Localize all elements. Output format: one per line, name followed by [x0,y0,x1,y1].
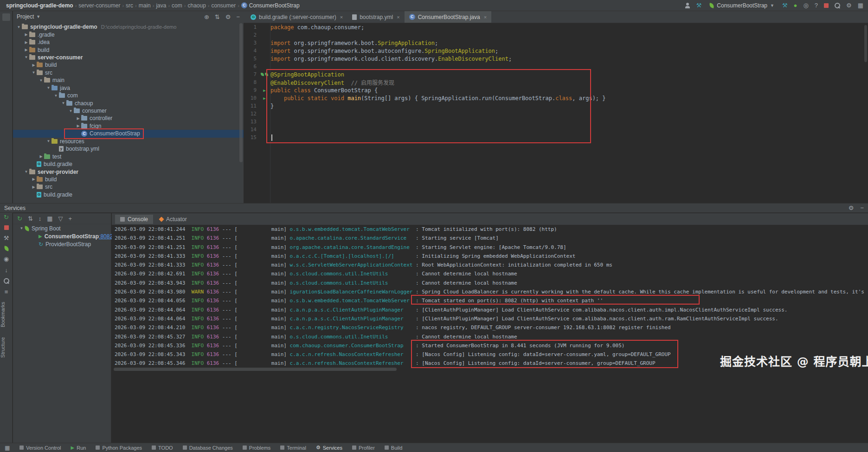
breadcrumb-item[interactable]: com [170,2,184,9]
run-configuration-combo[interactable]: ConsumerBootStrap ▼ [707,2,776,9]
snapshot-icon[interactable]: ◉ [4,256,9,262]
project-tree[interactable]: ▼springcloud-gradle-demoD:\code\springcl… [13,23,244,203]
tree-item-src[interactable]: ▼src [13,69,244,76]
settings-icon[interactable]: ⚙ [846,2,852,8]
console-horizontal-scrollbar[interactable] [114,368,397,371]
close-icon[interactable]: × [340,14,343,20]
tree-item-com[interactable]: ▼com [13,92,244,99]
search-console-icon[interactable] [4,278,9,284]
help-icon[interactable]: ? [815,2,818,8]
collapse-all-icon[interactable]: ⇅ [28,216,33,222]
dump-threads-icon[interactable]: ↓ [5,267,8,273]
tree-chevron-icon[interactable]: ▶ [75,124,81,128]
tree-chevron-icon[interactable]: ▶ [31,177,37,181]
wrench-icon[interactable]: ⚒ [696,2,702,8]
user-icon[interactable] [685,3,690,8]
console-log[interactable]: 2026-03-09 22:08:41.244 INFO 6136 --- [m… [112,225,868,443]
tree-item-build-gradle[interactable]: Gbuild.gradle [13,191,244,198]
breadcrumb-item[interactable]: server-consumer [77,2,122,9]
build-hammer-icon[interactable]: ⚒ [782,2,788,8]
tree-item-resources[interactable]: ▼resources [13,138,244,145]
group-by-icon[interactable]: ▦ [47,216,52,222]
statusbar-item-problems[interactable]: Problems [243,445,270,451]
tree-chevron-icon[interactable]: ▶ [23,40,29,45]
statusbar-item-profiler[interactable]: Profiler [352,445,375,451]
tree-chevron-icon[interactable]: ▼ [45,86,51,90]
tree-item--idea[interactable]: ▶.idea [13,38,244,46]
service-item-providerbootstrap[interactable]: ↻ProviderBootStrap [13,240,111,248]
add-service-icon[interactable]: + [69,216,72,222]
close-icon[interactable]: × [484,14,487,20]
tree-chevron-icon[interactable]: ▼ [53,94,59,98]
editor-tab-bootstrap.yml[interactable]: bootstrap.yml× [347,11,404,23]
statusbar-item-python-packages[interactable]: Python Packages [96,445,142,451]
console-tab-actuator[interactable]: Actuator [154,215,192,224]
tree-chevron-icon[interactable]: ▼ [23,170,29,174]
project-panel-title[interactable]: Project [17,13,34,20]
tree-item-server-consumer[interactable]: ▼server-consumer [13,54,244,61]
services-tree[interactable]: ▼Spring Boot▶ConsumerBootStrap :8082/↻Pr… [13,224,111,248]
rerun-icon[interactable]: ↻ [4,214,9,220]
tree-item-build[interactable]: ▶build [13,176,244,183]
collapse-all-icon[interactable]: ⇅ [215,14,220,20]
editor-scrollbar[interactable] [864,25,867,62]
settings-icon[interactable]: ⚙ [849,205,854,211]
tree-item-src[interactable]: ▶src [13,183,244,191]
tree-chevron-icon[interactable]: ▼ [60,101,66,105]
console-tab-console[interactable]: Console [115,215,153,224]
chevron-down-icon[interactable]: ▼ [36,14,40,19]
stripe-button-structure[interactable]: Structure [0,337,13,358]
breadcrumb-item[interactable]: consumer [210,2,238,9]
run-gutter-icon[interactable]: ▶ [263,88,265,93]
tree-chevron-icon[interactable]: ▶ [75,116,81,121]
tool-windows-icon[interactable]: ▦ [5,445,10,451]
code-editor[interactable]: 1package com.chaoup.consumer;23import or… [244,23,868,203]
tree-item-server-provider[interactable]: ▼server-provider [13,168,244,175]
start-all-icon[interactable]: ↻ [17,216,22,222]
tree-chevron-icon[interactable]: ▶ [31,185,37,189]
tree-item-main[interactable]: ▼main [13,76,244,84]
tree-item-springcloud-gradle-demo[interactable]: ▼springcloud-gradle-demoD:\code\springcl… [13,23,244,31]
tree-item-consumer[interactable]: ▼consumer [13,107,244,115]
project-stripe-button[interactable] [2,13,10,21]
tree-item-consumerbootstrap[interactable]: CConsumerBootStrap [13,130,244,137]
settings-icon[interactable]: ⚙ [225,14,231,20]
tree-item-bootstrap-yml[interactable]: ybootstrap.yml [13,145,244,153]
soft-wrap-icon[interactable]: ≡ [5,289,8,295]
locate-icon[interactable]: ⊕ [204,14,209,20]
tree-chevron-icon[interactable]: ▼ [31,70,37,75]
breadcrumb-item[interactable]: CConsumerBootStrap [240,2,301,9]
tree-chevron-icon[interactable]: ▶ [31,63,37,67]
spring-bean-icon[interactable] [261,73,264,76]
coverage-icon[interactable]: ◎ [803,2,808,8]
tree-item-build-gradle[interactable]: Gbuild.gradle [13,160,244,168]
tool-windows-icon[interactable]: ▦ [858,2,863,8]
spring-run-icon[interactable] [4,246,9,251]
statusbar-item-todo[interactable]: TODO [152,445,173,451]
spring-bean-icon[interactable] [265,73,268,76]
tree-item-fcign[interactable]: ▶fcign [13,122,244,130]
filter-icon[interactable]: ▽ [58,216,63,222]
tree-item-controller[interactable]: ▶controller [13,115,244,122]
statusbar-item-database-changes[interactable]: Database Changes [183,445,233,451]
breadcrumb-item[interactable]: src [124,2,135,9]
close-icon[interactable]: × [397,14,399,20]
breadcrumb-item[interactable]: chaoup [186,2,207,9]
statusbar-item-build[interactable]: Build [385,445,402,451]
tree-item-build[interactable]: ▶build [13,61,244,69]
stripe-button-bookmarks[interactable]: Bookmarks [0,302,13,327]
tree-item--gradle[interactable]: ▶.gradle [13,31,244,38]
hide-icon[interactable]: − [236,14,240,20]
debug-bug-icon[interactable]: ● [794,2,797,8]
statusbar-item-version-control[interactable]: Version Control [19,445,61,451]
tree-chevron-icon[interactable]: ▼ [45,139,51,143]
breadcrumb-item[interactable]: springcloud-gradle-demo [5,2,75,9]
tree-item-chaoup[interactable]: ▼chaoup [13,99,244,107]
tree-chevron-icon[interactable]: ▶ [23,32,29,37]
tree-item-build[interactable]: ▶build [13,46,244,53]
search-everywhere-icon[interactable] [835,3,840,8]
tree-chevron-icon[interactable]: ▶ [38,154,44,159]
services-panel-title[interactable]: Services [4,205,26,211]
tree-chevron-icon[interactable]: ▶ [23,48,29,52]
statusbar-item-services[interactable]: ⚙Services [316,445,342,451]
